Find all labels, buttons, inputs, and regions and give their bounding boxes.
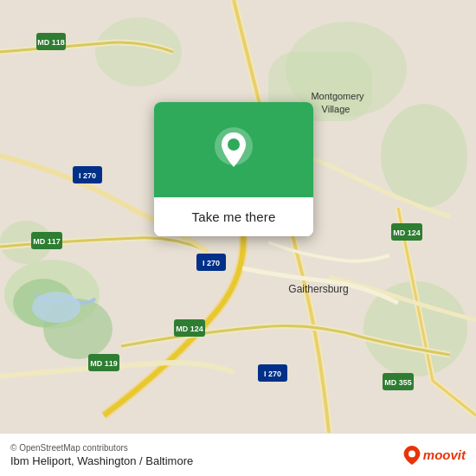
- svg-point-3: [381, 104, 467, 208]
- svg-point-36: [228, 138, 240, 151]
- svg-text:MD 124: MD 124: [176, 325, 203, 333]
- svg-point-10: [32, 292, 80, 323]
- svg-text:I 270: I 270: [203, 259, 220, 267]
- popup-card: Take me there: [154, 102, 313, 236]
- map-container: MD 118 MD 355 I 270 MD 117 I 270 MD 124 …: [0, 0, 476, 433]
- svg-text:MD 119: MD 119: [90, 359, 118, 368]
- svg-text:MD 118: MD 118: [37, 38, 65, 47]
- location-pin-icon: [211, 127, 256, 172]
- svg-text:Montgomery: Montgomery: [311, 91, 364, 101]
- svg-text:Gaithersburg: Gaithersburg: [288, 283, 348, 295]
- attribution: © OpenStreetMap contributors: [10, 443, 396, 453]
- svg-text:I 270: I 270: [79, 171, 96, 180]
- svg-text:Village: Village: [322, 104, 351, 114]
- take-me-there-button[interactable]: Take me there: [154, 197, 313, 236]
- moovit-pin-icon: [402, 446, 421, 465]
- moovit-logo: moovit: [402, 446, 466, 465]
- moovit-text: moovit: [423, 447, 466, 462]
- location-title: Ibm Heliport, Washington / Baltimore: [10, 454, 396, 467]
- svg-text:I 270: I 270: [264, 370, 281, 378]
- svg-point-37: [408, 450, 415, 457]
- popup-green-area: [154, 102, 313, 197]
- svg-text:MD 117: MD 117: [33, 237, 61, 246]
- bottom-bar: © OpenStreetMap contributors Ibm Helipor…: [0, 433, 476, 476]
- svg-text:MD 124: MD 124: [393, 228, 421, 237]
- svg-text:MD 355: MD 355: [384, 378, 412, 387]
